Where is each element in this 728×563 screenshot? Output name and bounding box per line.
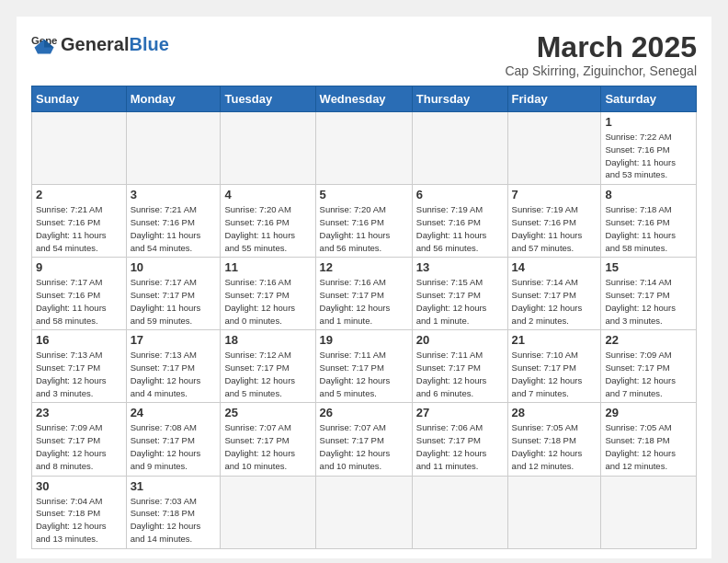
- calendar-day-cell: 17Sunrise: 7:13 AM Sunset: 7:17 PM Dayli…: [126, 330, 221, 403]
- calendar-week-row: 30Sunrise: 7:04 AM Sunset: 7:18 PM Dayli…: [32, 476, 697, 548]
- calendar-day-cell: [221, 112, 315, 185]
- calendar-day-cell: 26Sunrise: 7:07 AM Sunset: 7:17 PM Dayli…: [315, 403, 412, 476]
- calendar-day-cell: 20Sunrise: 7:11 AM Sunset: 7:17 PM Dayli…: [412, 330, 507, 403]
- day-info: Sunrise: 7:06 AM Sunset: 7:17 PM Dayligh…: [416, 421, 504, 472]
- calendar-day-cell: 5Sunrise: 7:20 AM Sunset: 7:16 PM Daylig…: [315, 185, 412, 258]
- calendar-day-cell: [32, 112, 127, 185]
- day-number: 3: [131, 188, 217, 201]
- calendar-day-cell: [315, 112, 412, 185]
- header: General GeneralBlue March 2025 Cap Skirr…: [31, 31, 697, 78]
- calendar-day-cell: 15Sunrise: 7:14 AM Sunset: 7:17 PM Dayli…: [601, 258, 697, 330]
- day-info: Sunrise: 7:17 AM Sunset: 7:16 PM Dayligh…: [36, 276, 122, 327]
- day-info: Sunrise: 7:14 AM Sunset: 7:17 PM Dayligh…: [512, 276, 597, 327]
- day-info: Sunrise: 7:08 AM Sunset: 7:17 PM Dayligh…: [131, 421, 217, 472]
- day-number: 21: [512, 333, 597, 347]
- day-info: Sunrise: 7:19 AM Sunset: 7:16 PM Dayligh…: [512, 203, 597, 254]
- day-info: Sunrise: 7:10 AM Sunset: 7:17 PM Dayligh…: [512, 349, 597, 399]
- day-info: Sunrise: 7:17 AM Sunset: 7:17 PM Dayligh…: [131, 276, 217, 327]
- logo: General GeneralBlue: [31, 31, 169, 57]
- calendar-day-cell: 12Sunrise: 7:16 AM Sunset: 7:17 PM Dayli…: [315, 258, 412, 330]
- day-info: Sunrise: 7:16 AM Sunset: 7:17 PM Dayligh…: [224, 276, 311, 327]
- calendar-day-cell: [507, 476, 601, 548]
- calendar-day-cell: [412, 112, 507, 185]
- day-number: 15: [605, 260, 692, 274]
- calendar-day-cell: 24Sunrise: 7:08 AM Sunset: 7:17 PM Dayli…: [126, 403, 221, 476]
- day-number: 4: [224, 188, 311, 201]
- day-number: 11: [224, 260, 311, 274]
- day-number: 19: [320, 333, 408, 347]
- day-number: 23: [36, 406, 122, 419]
- day-number: 26: [320, 406, 408, 419]
- calendar-day-cell: 30Sunrise: 7:04 AM Sunset: 7:18 PM Dayli…: [32, 476, 127, 548]
- weekday-header-cell: Tuesday: [221, 86, 315, 112]
- calendar-day-cell: 13Sunrise: 7:15 AM Sunset: 7:17 PM Dayli…: [412, 258, 507, 330]
- day-info: Sunrise: 7:04 AM Sunset: 7:18 PM Dayligh…: [36, 495, 122, 546]
- weekday-header-cell: Sunday: [32, 86, 127, 112]
- calendar-day-cell: [412, 476, 507, 548]
- calendar-day-cell: 31Sunrise: 7:03 AM Sunset: 7:18 PM Dayli…: [126, 476, 221, 548]
- calendar-day-cell: 6Sunrise: 7:19 AM Sunset: 7:16 PM Daylig…: [412, 185, 507, 258]
- day-info: Sunrise: 7:07 AM Sunset: 7:17 PM Dayligh…: [224, 421, 311, 472]
- weekday-header-cell: Thursday: [412, 86, 507, 112]
- day-number: 12: [320, 260, 408, 274]
- calendar-week-row: 1Sunrise: 7:22 AM Sunset: 7:16 PM Daylig…: [32, 112, 697, 185]
- calendar-day-cell: 7Sunrise: 7:19 AM Sunset: 7:16 PM Daylig…: [507, 185, 601, 258]
- weekday-header-cell: Monday: [126, 86, 221, 112]
- calendar-week-row: 9Sunrise: 7:17 AM Sunset: 7:16 PM Daylig…: [32, 258, 697, 330]
- day-number: 2: [36, 188, 122, 201]
- day-number: 17: [131, 333, 217, 347]
- day-info: Sunrise: 7:05 AM Sunset: 7:18 PM Dayligh…: [512, 421, 597, 472]
- day-number: 6: [416, 188, 504, 201]
- day-info: Sunrise: 7:15 AM Sunset: 7:17 PM Dayligh…: [416, 276, 504, 327]
- day-number: 13: [416, 260, 504, 274]
- day-number: 30: [36, 479, 122, 493]
- day-number: 24: [131, 406, 217, 419]
- calendar-day-cell: 23Sunrise: 7:09 AM Sunset: 7:17 PM Dayli…: [32, 403, 127, 476]
- day-number: 8: [605, 188, 692, 201]
- calendar-body: 1Sunrise: 7:22 AM Sunset: 7:16 PM Daylig…: [32, 112, 697, 548]
- day-number: 20: [416, 333, 504, 347]
- calendar-day-cell: 3Sunrise: 7:21 AM Sunset: 7:16 PM Daylig…: [126, 185, 221, 258]
- day-number: 9: [36, 260, 122, 274]
- calendar-week-row: 16Sunrise: 7:13 AM Sunset: 7:17 PM Dayli…: [32, 330, 697, 403]
- day-number: 5: [320, 188, 408, 201]
- calendar-day-cell: 25Sunrise: 7:07 AM Sunset: 7:17 PM Dayli…: [221, 403, 315, 476]
- day-number: 25: [224, 406, 311, 419]
- day-number: 1: [605, 115, 692, 129]
- weekday-header-cell: Saturday: [601, 86, 697, 112]
- day-number: 28: [512, 406, 597, 419]
- day-info: Sunrise: 7:13 AM Sunset: 7:17 PM Dayligh…: [131, 349, 217, 399]
- weekday-header-cell: Friday: [507, 86, 601, 112]
- day-number: 14: [512, 260, 597, 274]
- calendar-day-cell: 10Sunrise: 7:17 AM Sunset: 7:17 PM Dayli…: [126, 258, 221, 330]
- calendar-day-cell: [221, 476, 315, 548]
- calendar-day-cell: [601, 476, 697, 548]
- calendar-day-cell: [126, 112, 221, 185]
- calendar-day-cell: 4Sunrise: 7:20 AM Sunset: 7:16 PM Daylig…: [221, 185, 315, 258]
- calendar-week-row: 2Sunrise: 7:21 AM Sunset: 7:16 PM Daylig…: [32, 185, 697, 258]
- calendar-day-cell: 19Sunrise: 7:11 AM Sunset: 7:17 PM Dayli…: [315, 330, 412, 403]
- calendar-day-cell: 11Sunrise: 7:16 AM Sunset: 7:17 PM Dayli…: [221, 258, 315, 330]
- day-info: Sunrise: 7:12 AM Sunset: 7:17 PM Dayligh…: [224, 349, 311, 399]
- calendar-day-cell: 14Sunrise: 7:14 AM Sunset: 7:17 PM Dayli…: [507, 258, 601, 330]
- weekday-header-row: SundayMondayTuesdayWednesdayThursdayFrid…: [32, 86, 697, 112]
- day-info: Sunrise: 7:09 AM Sunset: 7:17 PM Dayligh…: [605, 349, 692, 399]
- day-number: 31: [131, 479, 217, 493]
- weekday-header-cell: Wednesday: [315, 86, 412, 112]
- calendar-day-cell: 21Sunrise: 7:10 AM Sunset: 7:17 PM Dayli…: [507, 330, 601, 403]
- day-info: Sunrise: 7:11 AM Sunset: 7:17 PM Dayligh…: [416, 349, 504, 399]
- generalblue-logo-icon: General: [31, 31, 57, 57]
- calendar-day-cell: 16Sunrise: 7:13 AM Sunset: 7:17 PM Dayli…: [32, 330, 127, 403]
- day-info: Sunrise: 7:03 AM Sunset: 7:18 PM Dayligh…: [131, 495, 217, 546]
- day-info: Sunrise: 7:11 AM Sunset: 7:17 PM Dayligh…: [320, 349, 408, 399]
- day-info: Sunrise: 7:13 AM Sunset: 7:17 PM Dayligh…: [36, 349, 122, 399]
- calendar-day-cell: 18Sunrise: 7:12 AM Sunset: 7:17 PM Dayli…: [221, 330, 315, 403]
- day-info: Sunrise: 7:21 AM Sunset: 7:16 PM Dayligh…: [36, 203, 122, 254]
- calendar-day-cell: 28Sunrise: 7:05 AM Sunset: 7:18 PM Dayli…: [507, 403, 601, 476]
- day-info: Sunrise: 7:20 AM Sunset: 7:16 PM Dayligh…: [320, 203, 408, 254]
- calendar-day-cell: 9Sunrise: 7:17 AM Sunset: 7:16 PM Daylig…: [32, 258, 127, 330]
- title-block: March 2025 Cap Skirring, Ziguinchor, Sen…: [505, 31, 697, 78]
- day-number: 22: [605, 333, 692, 347]
- calendar-page: General GeneralBlue March 2025 Cap Skirr…: [17, 17, 711, 558]
- calendar-day-cell: 27Sunrise: 7:06 AM Sunset: 7:17 PM Dayli…: [412, 403, 507, 476]
